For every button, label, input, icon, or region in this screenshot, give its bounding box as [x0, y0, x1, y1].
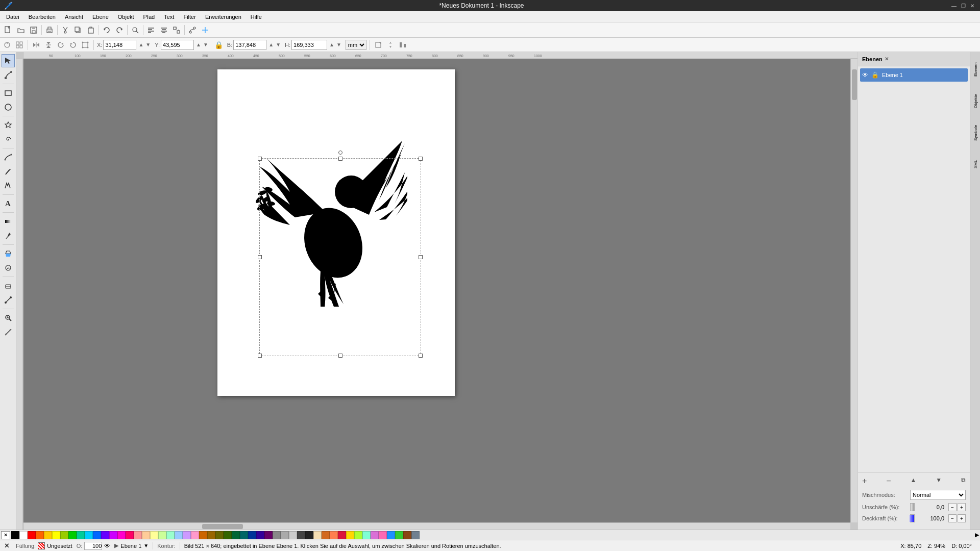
blur-minus-button[interactable]: − [948, 503, 957, 511]
palette-orange[interactable] [36, 531, 44, 539]
palette-white[interactable] [19, 531, 28, 539]
palette-scroll-right[interactable]: ▶ [975, 532, 979, 538]
no-fill-button[interactable]: ✕ [4, 542, 10, 549]
palette-magenta[interactable] [117, 531, 126, 539]
connector-tool[interactable] [2, 293, 15, 307]
palette-brown[interactable] [199, 531, 207, 539]
gradient-tool[interactable] [2, 215, 15, 228]
palette-yellow-green[interactable] [60, 531, 68, 539]
canvas-area[interactable]: 50 100 150 200 250 300 350 400 450 500 5… [16, 52, 857, 530]
h-plus-btn[interactable]: ▲ [329, 42, 334, 47]
opacity-status-input[interactable] [84, 542, 102, 550]
menu-pfad[interactable]: Pfad [139, 13, 159, 21]
node-button[interactable] [186, 24, 199, 36]
maximize-button[interactable]: ❐ [960, 2, 967, 9]
spiral-tool[interactable] [2, 133, 15, 146]
palette-light-green[interactable] [158, 531, 166, 539]
opacity-eye-icon[interactable]: 👁 [104, 542, 110, 549]
zoom-button[interactable] [129, 24, 141, 36]
palette-light-yellow[interactable] [150, 531, 158, 539]
guides-button[interactable] [199, 24, 211, 36]
palette-pink[interactable] [126, 531, 134, 539]
vscroll-thumb[interactable] [852, 69, 857, 100]
w-minus-btn[interactable]: ▼ [276, 42, 281, 47]
paste-button[interactable] [85, 24, 97, 36]
minimize-button[interactable]: — [950, 2, 958, 9]
palette-light-red[interactable] [134, 531, 142, 539]
blend-mode-select[interactable]: Normal Multiply Screen [910, 490, 966, 500]
palette-saddlebrown[interactable] [403, 531, 411, 539]
layer-lock-icon[interactable]: 🔒 [871, 71, 879, 79]
rotate90cw-button[interactable] [68, 40, 78, 50]
palette-limegreen[interactable] [395, 531, 403, 539]
rect-tool[interactable] [2, 86, 15, 99]
snap-grid-button[interactable] [14, 40, 24, 50]
no-color-button[interactable]: ✕ [1, 531, 10, 539]
palette-gray[interactable] [273, 531, 281, 539]
erase-tool[interactable] [2, 279, 15, 292]
panel-close-button[interactable]: ✕ [885, 56, 889, 62]
palette-gold[interactable] [346, 531, 354, 539]
palette-navy[interactable] [248, 531, 256, 539]
rotate90-button[interactable] [56, 40, 66, 50]
pen-tool[interactable] [2, 151, 15, 164]
x-minus-btn[interactable]: ▼ [145, 42, 151, 47]
palette-dark-teal[interactable] [240, 531, 248, 539]
canvas-scroll[interactable] [23, 59, 857, 530]
menu-bearbeiten[interactable]: Bearbeiten [24, 13, 60, 21]
snap-enable-button[interactable] [2, 40, 12, 50]
rtab-symbols[interactable]: Symbole [971, 117, 980, 148]
remove-layer-button[interactable]: − [886, 477, 891, 486]
circle-tool[interactable] [2, 101, 15, 114]
menu-filter[interactable]: Filter [179, 13, 200, 21]
horizontal-scrollbar[interactable] [23, 522, 850, 530]
palette-cyan[interactable] [85, 531, 93, 539]
save-button[interactable] [28, 24, 40, 36]
align-center-button[interactable] [158, 24, 170, 36]
palette-indigo[interactable] [256, 531, 264, 539]
opacity-plus-button[interactable]: + [958, 514, 966, 522]
rtab-xml[interactable]: XML [971, 149, 980, 180]
menu-ansicht[interactable]: Ansicht [61, 13, 87, 21]
transform-button[interactable] [80, 40, 90, 50]
palette-light-gray[interactable] [281, 531, 289, 539]
palette-dodgerblue[interactable] [387, 531, 395, 539]
flip-h-button[interactable] [31, 40, 41, 50]
palette-olive[interactable] [215, 531, 224, 539]
add-layer-button[interactable]: + [862, 477, 867, 486]
redo-button[interactable] [113, 24, 126, 36]
scale-mode-button[interactable] [373, 40, 383, 50]
align-left-button[interactable] [145, 24, 157, 36]
palette-purple[interactable] [109, 531, 117, 539]
rtab-layers[interactable]: Ebenen [971, 54, 980, 85]
layer-item-1[interactable]: 👁 🔒 Ebene 1 [860, 68, 968, 82]
fill-swatch[interactable] [38, 542, 45, 549]
palette-lighter-gray[interactable] [289, 531, 297, 539]
opacity-minus-button[interactable]: − [948, 514, 957, 522]
w-plus-btn[interactable]: ▲ [268, 42, 274, 47]
menu-erweiterungen[interactable]: Erweiterungen [201, 13, 246, 21]
text-tool[interactable]: A [2, 197, 15, 210]
unit-select[interactable]: mm px cm in [346, 40, 366, 50]
palette-blue[interactable] [93, 531, 101, 539]
y-minus-btn[interactable]: ▼ [203, 42, 208, 47]
hscroll-thumb[interactable] [202, 524, 243, 529]
palette-dark-purple[interactable] [264, 531, 273, 539]
cut-button[interactable] [59, 24, 71, 36]
palette-crimson[interactable] [338, 531, 346, 539]
y-plus-btn[interactable]: ▲ [196, 42, 201, 47]
blur-plus-button[interactable]: + [958, 503, 966, 511]
palette-sky[interactable] [175, 531, 183, 539]
layer-down-button[interactable]: ▼ [936, 477, 942, 486]
copy-button[interactable] [72, 24, 84, 36]
palette-yellow-orange[interactable] [44, 531, 52, 539]
calligraphy-tool[interactable] [2, 179, 15, 192]
palette-lavender[interactable] [183, 531, 191, 539]
palette-violet[interactable] [101, 531, 109, 539]
pencil-tool[interactable] [2, 165, 15, 178]
x-input[interactable] [103, 40, 136, 50]
menu-hilfe[interactable]: Hilfe [247, 13, 266, 21]
palette-light-pink[interactable] [191, 531, 199, 539]
palette-teal[interactable] [77, 531, 85, 539]
measure-tool[interactable] [2, 325, 15, 339]
